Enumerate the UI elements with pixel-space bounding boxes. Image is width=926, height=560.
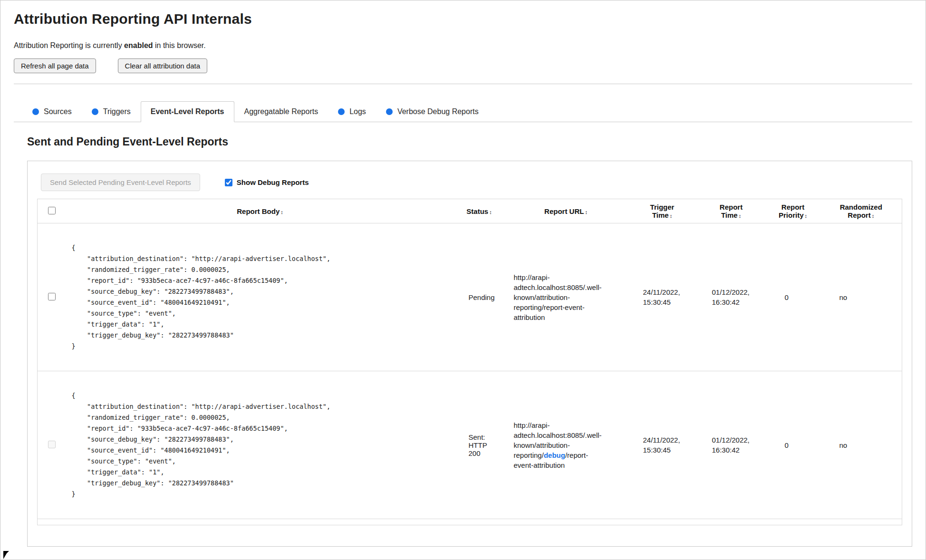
randomized-report-cell: no: [820, 371, 902, 519]
page-actions: Refresh all page data Clear all attribut…: [14, 58, 912, 73]
row-select-checkbox: [48, 441, 56, 448]
header-report-url[interactable]: Report URL↕: [504, 199, 628, 223]
report-body-json: { "attribution_destination": "http://ara…: [66, 223, 454, 371]
report-body-json: { "attribution_destination": "http://ara…: [66, 371, 454, 519]
section-title: Sent and Pending Event-Level Reports: [27, 135, 912, 148]
report-time-cell: 01/12/2022, 16:30:42: [697, 223, 766, 371]
table-footer-row: [38, 519, 902, 525]
status-text: Attribution Reporting is currently enabl…: [14, 41, 912, 50]
row-select-checkbox[interactable]: [48, 293, 56, 300]
tab-label: Triggers: [103, 107, 131, 116]
select-all-checkbox[interactable]: [48, 207, 56, 214]
sort-icon: ↕: [670, 213, 673, 219]
randomized-report-cell: no: [820, 223, 902, 371]
show-debug-toggle[interactable]: Show Debug Reports: [225, 178, 309, 186]
report-priority-cell: 0: [766, 371, 820, 519]
tab-verbose-debug-reports[interactable]: Verbose Debug Reports: [376, 101, 489, 122]
status-prefix: Attribution Reporting is currently: [14, 41, 124, 49]
sort-icon: ↕: [280, 209, 283, 215]
report-row: { "attribution_destination": "http://ara…: [38, 371, 902, 519]
debug-link[interactable]: debug: [544, 451, 565, 459]
reports-table: Report Body↕ Status↕ Report URL↕ Trigger…: [37, 199, 902, 525]
report-priority-cell: 0: [766, 223, 820, 371]
trigger-time-cell: 24/11/2022, 15:30:45: [628, 371, 697, 519]
report-body-cell: { "attribution_destination": "http://ara…: [66, 371, 454, 519]
report-row: { "attribution_destination": "http://ara…: [38, 223, 902, 371]
table-header-row: Report Body↕ Status↕ Report URL↕ Trigger…: [38, 199, 902, 223]
attribution-internals-page: Attribution Reporting API Internals Attr…: [0, 0, 926, 560]
tab-logs[interactable]: Logs: [328, 101, 376, 122]
status-dot-icon: [338, 108, 345, 115]
send-selected-button[interactable]: Send Selected Pending Event-Level Report…: [41, 174, 200, 191]
report-time-cell: 01/12/2022, 16:30:42: [697, 371, 766, 519]
header-trigger-time[interactable]: Trigger Time↕: [628, 199, 697, 223]
tab-label: Logs: [349, 107, 366, 116]
sort-icon: ↕: [489, 209, 492, 215]
report-body-cell: { "attribution_destination": "http://ara…: [66, 223, 454, 371]
tab-label: Sources: [44, 107, 72, 116]
mouse-cursor-icon: [3, 551, 9, 559]
status-dot-icon: [32, 108, 39, 115]
table-footer-spacer: [38, 519, 902, 525]
clear-all-button[interactable]: Clear all attribution data: [118, 58, 207, 73]
report-url-cell: http://arapi-adtech.localhost:8085/.well…: [504, 371, 628, 519]
show-debug-label: Show Debug Reports: [237, 178, 309, 186]
status-suffix: in this browser.: [153, 41, 206, 49]
header-report-body[interactable]: Report Body↕: [66, 199, 454, 223]
header-report-priority[interactable]: Report Priority↕: [766, 199, 820, 223]
sort-icon: ↕: [739, 213, 742, 219]
report-url-cell: http://arapi-adtech.localhost:8085/.well…: [504, 223, 628, 371]
header-randomized-report[interactable]: Randomized Report↕: [820, 199, 902, 223]
tab-label: Event-Level Reports: [151, 107, 224, 116]
divider: [14, 84, 912, 84]
tab-sources[interactable]: Sources: [22, 101, 82, 122]
sort-icon: ↕: [585, 209, 588, 215]
header-status[interactable]: Status↕: [454, 199, 504, 223]
sort-icon: ↕: [805, 213, 808, 219]
header-report-time[interactable]: Report Time↕: [697, 199, 766, 223]
status-dot-icon: [386, 108, 393, 115]
show-debug-checkbox[interactable]: [225, 179, 232, 186]
reports-panel: Send Selected Pending Event-Level Report…: [27, 161, 912, 547]
tab-aggregatable-reports[interactable]: Aggregatable Reports: [234, 101, 328, 122]
row-select-cell: [38, 223, 66, 371]
refresh-all-button[interactable]: Refresh all page data: [14, 58, 96, 73]
tab-label: Verbose Debug Reports: [397, 107, 479, 116]
trigger-time-cell: 24/11/2022, 15:30:45: [628, 223, 697, 371]
tab-triggers[interactable]: Triggers: [82, 101, 141, 122]
page-title: Attribution Reporting API Internals: [14, 11, 912, 27]
tab-bar: Sources Triggers Event-Level Reports Agg…: [14, 101, 912, 122]
status-dot-icon: [92, 108, 98, 115]
sort-icon: ↕: [872, 213, 875, 219]
row-select-cell: [38, 371, 66, 519]
select-all-header: [38, 199, 66, 223]
tab-label: Aggregatable Reports: [244, 107, 318, 116]
status-cell: Sent: HTTP 200: [454, 371, 504, 519]
status-enabled: enabled: [124, 41, 153, 49]
status-cell: Pending: [454, 223, 504, 371]
report-controls: Send Selected Pending Event-Level Report…: [41, 174, 902, 191]
tab-event-level-reports[interactable]: Event-Level Reports: [141, 101, 234, 122]
